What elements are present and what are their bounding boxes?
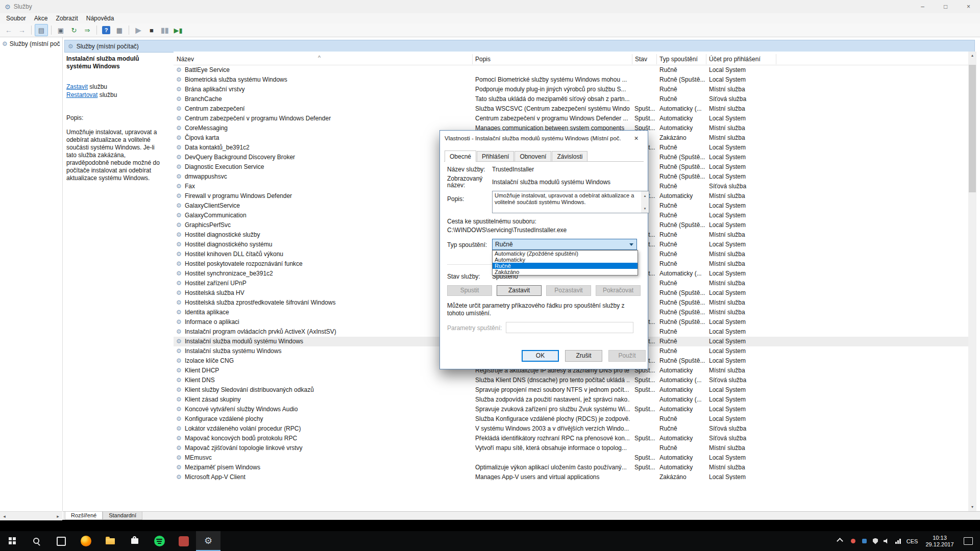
restart-service-icon[interactable]: ▶▮ — [172, 24, 184, 36]
table-row[interactable]: ⚙Konfigurace vzdálené plochySlužba Konfi… — [174, 414, 968, 424]
column-header-startup-type[interactable]: Typ spouštění — [656, 54, 706, 64]
resume-button[interactable]: Pokračovat — [596, 285, 641, 296]
startup-type-combobox[interactable]: Ručně — [492, 239, 637, 250]
table-row[interactable]: ⚙Brána aplikační vrstvyPodporuje moduly … — [174, 85, 968, 94]
table-row[interactable]: ⚙Mapovač zjišťování topologie linkové vr… — [174, 443, 968, 453]
refresh-icon[interactable]: ↻ — [68, 24, 80, 36]
table-row[interactable]: ⚙Klient zásad skupinySlužba zodpovídá za… — [174, 395, 968, 405]
service-gear-icon: ⚙ — [176, 172, 182, 182]
export-list-icon[interactable]: ⇒ — [81, 24, 93, 36]
properties-icon[interactable]: ▣ — [55, 24, 67, 36]
console-tree-toggle-icon[interactable]: ▤ — [35, 24, 48, 36]
tab-recovery[interactable]: Obnovení — [514, 151, 551, 161]
dropdown-option-selected[interactable]: Ručně — [493, 263, 638, 269]
service-account-cell: Místní služba — [709, 259, 775, 269]
table-row[interactable]: ⚙Koncové vytváření služby Windows AudioS… — [174, 405, 968, 414]
pause-button[interactable]: Pozastavit — [546, 285, 591, 296]
table-row[interactable]: ⚙Centrum zabezpečení v programu Windows … — [174, 114, 968, 123]
table-row[interactable]: ⚙Mapovač koncových bodů protokolu RPCPře… — [174, 434, 968, 443]
cancel-button[interactable]: Zrušit — [565, 350, 602, 362]
table-row[interactable]: ⚙BranchCacheTato služba ukládá do mezipa… — [174, 94, 968, 104]
scroll-down-icon[interactable]: ▾ — [968, 503, 976, 511]
table-row[interactable]: ⚙Microsoft App-V ClientManages App-V use… — [174, 472, 968, 480]
security-shield-icon[interactable] — [870, 531, 881, 551]
taskbar-store[interactable] — [122, 531, 147, 551]
stop-service-icon[interactable]: ■ — [145, 24, 158, 36]
description-textarea[interactable]: Umožňuje instalovat, upravovat a odebíra… — [492, 191, 649, 213]
service-account-cell: Local System — [709, 201, 775, 211]
taskbar-spotify[interactable] — [147, 531, 172, 551]
dropdown-option[interactable]: Zakázáno — [493, 269, 638, 275]
menu-view[interactable]: Zobrazit — [52, 14, 82, 23]
dialog-close-icon[interactable]: × — [625, 131, 648, 145]
menu-action[interactable]: Akce — [30, 14, 52, 23]
ok-button[interactable]: OK — [522, 350, 559, 362]
tree-root-services[interactable]: ⚙ Služby (místní poč — [0, 37, 62, 47]
task-view-button[interactable] — [49, 531, 74, 551]
minimize-button[interactable]: – — [911, 0, 934, 13]
clock[interactable]: 10:13 29.12.2017 — [921, 535, 959, 548]
service-startup-type-cell: Ručně (Spuště... — [659, 162, 706, 172]
hidden-icons-chevron-icon[interactable] — [837, 538, 843, 544]
scroll-left-icon[interactable]: ◂ — [0, 512, 9, 520]
tray-app-icon[interactable] — [859, 531, 870, 551]
column-header-status[interactable]: Stav — [632, 54, 657, 64]
forward-icon[interactable]: → — [16, 24, 28, 36]
tree-horizontal-scrollbar[interactable]: ◂ ▸ — [0, 511, 62, 520]
table-row[interactable]: ⚙Mezipaměť písem WindowsOptimalizuje výk… — [174, 463, 968, 472]
taskbar-file-explorer[interactable] — [98, 531, 122, 551]
maximize-button[interactable]: □ — [934, 0, 957, 13]
tab-standard[interactable]: Standardní — [103, 512, 142, 520]
textarea-scrollbar[interactable]: ▴ ▾ — [641, 191, 649, 213]
scrollbar-thumb[interactable] — [969, 65, 976, 192]
scroll-up-icon[interactable]: ▴ — [644, 192, 646, 199]
menu-help[interactable]: Nápověda — [82, 14, 118, 23]
volume-icon[interactable] — [881, 531, 892, 551]
menu-file[interactable]: Soubor — [2, 14, 30, 23]
tab-extended[interactable]: Rozšířené — [65, 512, 103, 520]
language-indicator[interactable]: CES — [903, 538, 921, 544]
network-icon[interactable] — [892, 531, 903, 551]
restart-service-link[interactable]: Restartovat — [66, 91, 97, 98]
scroll-up-icon[interactable]: ▴ — [968, 52, 976, 60]
start-parameters-input[interactable] — [506, 322, 633, 333]
back-icon[interactable]: ← — [3, 24, 15, 36]
taskbar-firefox[interactable] — [74, 531, 98, 551]
action-center-icon[interactable] — [964, 537, 973, 545]
column-header-description[interactable]: Popis — [472, 54, 632, 64]
scroll-right-icon[interactable]: ▸ — [54, 512, 62, 520]
table-row[interactable]: ⚙Klient DNSSlužba Klient DNS (dnscache) … — [174, 375, 968, 385]
pause-service-icon[interactable]: ▮▮ — [159, 24, 171, 36]
start-service-icon[interactable]: ▶ — [132, 24, 144, 36]
stop-service-link[interactable]: Zastavit — [66, 83, 88, 90]
tab-dependencies[interactable]: Závislosti — [552, 151, 587, 161]
table-row[interactable]: ⚙Lokátor vzdáleného volání procedur (RPC… — [174, 424, 968, 434]
service-status-cell: Spušt... — [634, 434, 657, 443]
table-row[interactable]: ⚙MEmusvcSpušt...AutomatickyLocal System — [174, 453, 968, 463]
scroll-down-icon[interactable]: ▾ — [644, 205, 646, 212]
table-row[interactable]: ⚙Biometrická služba systému WindowsPomoc… — [174, 75, 968, 85]
table-row[interactable]: ⚙BattlEye ServiceRučněLocal System — [174, 65, 968, 75]
table-row[interactable]: ⚙Klient služby Sledování distribuovaných… — [174, 385, 968, 395]
close-button[interactable]: × — [957, 0, 980, 13]
extended-view-icon[interactable]: ▦ — [113, 24, 126, 36]
column-header-logon-account[interactable]: Účet pro přihlášení — [706, 54, 776, 64]
column-header-name[interactable]: Název ^ — [174, 54, 473, 64]
start-button[interactable]: Spustit — [447, 285, 492, 296]
tray-app-icon[interactable] — [847, 531, 859, 551]
stop-button[interactable]: Zastavit — [497, 285, 542, 296]
list-vertical-scrollbar[interactable]: ▴ ▾ — [968, 52, 976, 511]
dropdown-option[interactable]: Automaticky — [493, 257, 638, 263]
taskbar-services-active[interactable]: ⚙ — [196, 531, 220, 551]
help-icon[interactable]: ? — [100, 24, 112, 36]
service-name-cell: ⚙Data kontaktů_be391c2 — [175, 143, 472, 153]
search-button[interactable] — [24, 531, 49, 551]
tab-general[interactable]: Obecné — [445, 151, 476, 162]
dropdown-option[interactable]: Automaticky (Zpožděné spuštění) — [493, 251, 638, 257]
apply-button[interactable]: Použít — [608, 350, 646, 362]
start-button[interactable] — [0, 531, 24, 551]
tab-logon[interactable]: Přihlášení — [477, 151, 514, 161]
service-account-cell: Local System — [709, 385, 775, 395]
table-row[interactable]: ⚙Centrum zabezpečeníSlužba WSCSVC (Centr… — [174, 104, 968, 114]
taskbar-app[interactable] — [172, 531, 196, 551]
